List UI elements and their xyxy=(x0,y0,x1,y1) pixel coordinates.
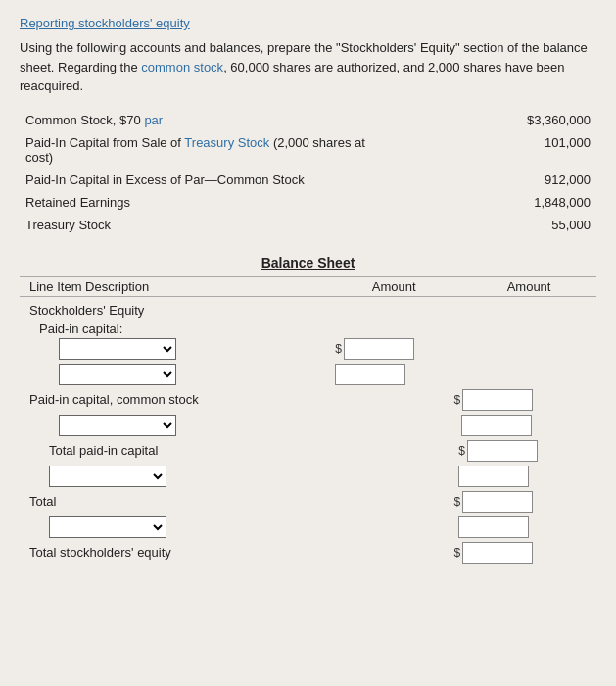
account-amount-5: 55,000 xyxy=(395,215,594,235)
bs-dropdown-5[interactable] xyxy=(49,516,166,538)
dollar-sign-5: $ xyxy=(454,495,461,509)
total-paid-in-amt2: $ xyxy=(458,440,587,462)
bs-input-3[interactable] xyxy=(461,415,532,436)
bs-row-total: Total $ xyxy=(20,491,596,513)
total-label: Total xyxy=(29,494,321,509)
dollar-sign-1: $ xyxy=(335,342,342,356)
bs-row-4-desc xyxy=(29,466,331,487)
account-label-1-highlight: par xyxy=(144,113,163,127)
bs-row-1-desc xyxy=(29,338,335,360)
dollar-sign-6: $ xyxy=(454,546,461,560)
account-row-2: Paid-In Capital from Sale of Treasury St… xyxy=(22,132,594,168)
section-heading: Reporting stockholders' equity xyxy=(20,16,596,30)
account-amount-3: 912,000 xyxy=(395,170,594,190)
account-row-3: Paid-In Capital in Excess of Par—Common … xyxy=(22,170,594,190)
bs-row-3 xyxy=(20,415,596,436)
dollar-sign-4: $ xyxy=(458,444,465,458)
balance-sheet-section: Balance Sheet Line Item Description Amou… xyxy=(20,255,596,564)
bs-input-4[interactable] xyxy=(458,466,529,487)
bs-row-3-amt2 xyxy=(461,415,587,436)
total-amt2: $ xyxy=(454,491,587,513)
bs-dropdown-2[interactable] xyxy=(59,364,176,385)
bs-row-5 xyxy=(20,516,596,538)
account-amount-1: $3,360,000 xyxy=(395,110,594,130)
bs-row-2-amt1 xyxy=(335,364,460,385)
bs-row-1: $ xyxy=(20,338,596,360)
bs-row-4 xyxy=(20,466,596,487)
bs-row-5-desc xyxy=(29,516,331,538)
intro-paragraph: Using the following accounts and balance… xyxy=(20,38,596,96)
bs-row-3-desc xyxy=(29,415,335,436)
bs-row-1-amt1: $ xyxy=(335,338,460,360)
total-paid-in-label: Total paid-in capital xyxy=(29,443,331,458)
balance-sheet-title[interactable]: Balance Sheet xyxy=(20,255,596,270)
paid-in-common-label: Paid-in capital, common stock xyxy=(29,392,321,407)
account-label-4: Retained Earnings xyxy=(22,192,393,213)
paid-in-common-amt2: $ xyxy=(454,389,587,411)
balance-sheet-title-text: Balance Sheet xyxy=(261,255,355,270)
balance-sheet-header: Line Item Description Amount Amount xyxy=(20,276,596,297)
bs-row-2-desc xyxy=(29,364,335,385)
account-row-1: Common Stock, $70 par $3,360,000 xyxy=(22,110,594,130)
page-container: Reporting stockholders' equity Using the… xyxy=(20,16,596,564)
dollar-sign-3: $ xyxy=(454,393,461,407)
account-label-1: Common Stock, $70 par xyxy=(22,110,393,130)
accounts-table: Common Stock, $70 par $3,360,000 Paid-In… xyxy=(20,108,596,237)
bs-row-paid-in-common: Paid-in capital, common stock $ xyxy=(20,389,596,411)
account-label-3: Paid-In Capital in Excess of Par—Common … xyxy=(22,170,393,190)
bs-dropdown-3[interactable] xyxy=(59,415,176,436)
account-label-5: Treasury Stock xyxy=(22,215,393,235)
bs-input-total[interactable] xyxy=(462,491,533,513)
bs-row-2 xyxy=(20,364,596,385)
bs-row-5-amt2 xyxy=(458,516,587,538)
account-row-5: Treasury Stock 55,000 xyxy=(22,215,594,235)
bs-input-paid-in-common[interactable] xyxy=(462,389,533,411)
bs-dropdown-4[interactable] xyxy=(49,466,166,487)
bs-row-total-equity: Total stockholders' equity $ xyxy=(20,542,596,564)
stockholders-equity-label: Stockholders' Equity xyxy=(20,301,596,319)
bs-dropdown-1[interactable] xyxy=(59,338,176,360)
bs-input-total-paid-in[interactable] xyxy=(467,440,538,462)
bs-input-1[interactable] xyxy=(344,338,414,360)
header-amount-1: Amount xyxy=(326,279,461,294)
header-line-item-desc: Line Item Description xyxy=(20,279,326,294)
total-equity-amt2: $ xyxy=(454,542,587,564)
account-label-2-highlight: Treasury Stock xyxy=(184,135,269,150)
bs-input-total-equity[interactable] xyxy=(462,542,533,564)
header-amount-2: Amount xyxy=(461,279,596,294)
intro-highlight-common-stock: common stock xyxy=(141,60,223,74)
total-equity-label: Total stockholders' equity xyxy=(29,545,321,560)
account-amount-2: 101,000 xyxy=(395,132,594,168)
account-row-4: Retained Earnings 1,848,000 xyxy=(22,192,594,213)
bs-input-5[interactable] xyxy=(458,516,529,538)
account-label-2: Paid-In Capital from Sale of Treasury St… xyxy=(22,132,393,168)
bs-row-4-amt2 xyxy=(458,466,587,487)
bs-input-2[interactable] xyxy=(335,364,405,385)
account-amount-4: 1,848,000 xyxy=(395,192,594,213)
paid-in-capital-label: Paid-in capital: xyxy=(20,319,596,338)
bs-row-total-paid-in: Total paid-in capital $ xyxy=(20,440,596,462)
